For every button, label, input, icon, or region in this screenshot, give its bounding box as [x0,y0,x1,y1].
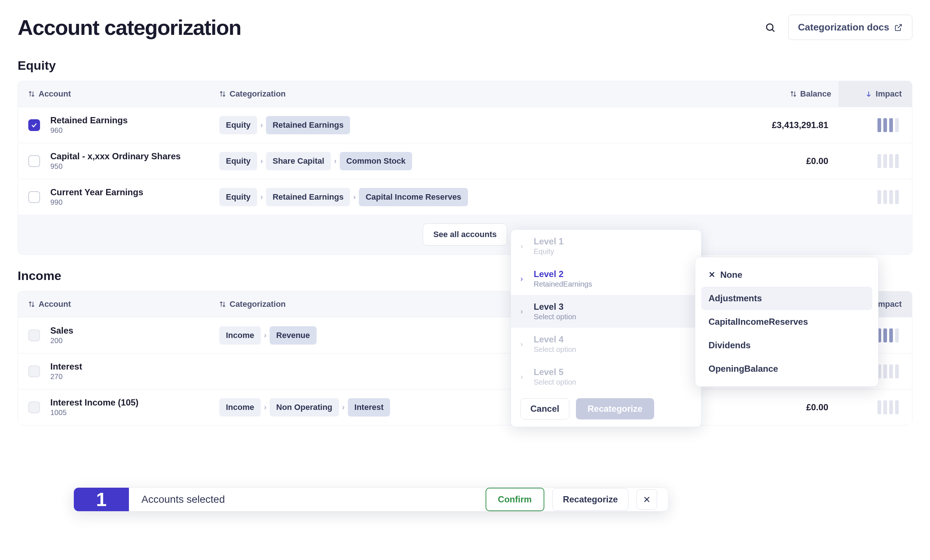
chevron-right-icon: › [331,157,340,165]
chevron-right-icon: › [257,121,266,129]
table-row[interactable]: Capital - x,xxx Ordinary Shares950Equity… [18,143,912,179]
selection-label: Accounts selected [129,488,474,511]
level3-options-menu: ✕ None AdjustmentsCapitalIncomeReservesD… [695,257,879,387]
table-row[interactable]: Current Year Earnings990Equity›Retained … [18,179,912,215]
col-account[interactable]: Account [28,89,219,99]
level-subtitle: Select option [534,345,576,354]
chevron-right-icon: › [339,403,348,411]
recategorize-submit-button[interactable]: Recategorize [576,398,654,419]
search-button[interactable] [762,20,778,35]
level-subtitle: Select option [534,378,576,387]
account-name: Interest Income (105) [50,397,219,408]
account-name: Capital - x,xxx Ordinary Shares [50,151,219,161]
categorization-docs-button[interactable]: Categorization docs [788,15,912,40]
account-number: 950 [50,162,219,171]
row-checkbox [28,330,40,341]
account-name: Retained Earnings [50,115,219,126]
account-number: 990 [50,198,219,207]
col-balance[interactable]: Balance [750,89,831,99]
col-categorization[interactable]: Categorization [219,89,750,99]
category-crumb[interactable]: Equity [219,152,257,170]
close-selection-button[interactable] [636,489,657,510]
balance-value: £3,413,291.81 [747,120,828,130]
level-selector[interactable]: ›Level 2RetainedEarnings [511,262,701,295]
impact-indicator [878,118,899,132]
category-crumb[interactable]: Non Operating [269,398,339,417]
row-checkbox [28,402,40,413]
row-checkbox[interactable] [28,119,40,131]
chevron-right-icon: › [261,331,269,339]
confirm-button[interactable]: Confirm [485,488,544,511]
level-selector: ›Level 4Select option [511,328,701,361]
category-crumb[interactable]: Retained Earnings [266,116,350,134]
svg-line-2 [898,24,901,28]
category-crumb[interactable]: Common Stock [340,152,412,170]
impact-indicator [878,364,899,378]
chevron-right-icon: › [520,307,527,316]
account-name: Current Year Earnings [50,187,219,198]
recategorize-panel: ›Level 1Equity›Level 2RetainedEarnings›L… [511,229,702,427]
level-selector: ›Level 1Equity [511,230,701,262]
chevron-right-icon: › [257,193,266,201]
table-row[interactable]: Interest Income (105)1005Income›Non Oper… [18,389,912,425]
header-actions: Categorization docs [762,15,912,40]
category-crumb[interactable]: Equity [219,116,257,134]
see-all-accounts-button[interactable]: See all accounts [423,224,507,245]
impact-indicator [878,190,899,204]
option-item[interactable]: Adjustments [701,287,872,310]
sort-icon [28,301,35,307]
docs-label: Categorization docs [798,21,889,33]
account-number: 270 [50,373,219,381]
category-crumb[interactable]: Share Capital [266,152,331,170]
level-subtitle: RetainedEarnings [534,280,592,288]
col-impact[interactable]: Impact [839,81,912,107]
option-item[interactable]: CapitalIncomeReserves [701,310,872,334]
table-row[interactable]: Retained Earnings960Equity›Retained Earn… [18,107,912,143]
cancel-button[interactable]: Cancel [520,398,569,419]
category-crumb[interactable]: Revenue [269,326,317,345]
selection-count: 1 [74,488,129,511]
balance-value: £0.00 [747,156,828,166]
equity-table: Account Categorization Balance Impact Re… [18,81,912,255]
close-icon: ✕ [708,270,715,280]
level-title: Level 5 [534,367,576,377]
section-title-equity: Equity [18,58,912,73]
selection-bar: 1 Accounts selected Confirm Recategorize [74,487,668,512]
level-title: Level 4 [534,334,576,345]
category-crumb[interactable]: Retained Earnings [266,188,350,206]
see-all-row: See all accounts [18,215,912,254]
category-crumb[interactable]: Capital Income Reserves [359,188,468,206]
row-checkbox[interactable] [28,191,40,203]
recategorize-button[interactable]: Recategorize [553,488,628,511]
level-selector: ›Level 5Select option [511,361,701,393]
account-name: Sales [50,325,219,336]
level-title: Level 3 [534,302,576,312]
chevron-right-icon: › [257,157,266,165]
option-item[interactable]: OpeningBalance [701,357,872,380]
level-title: Level 2 [534,269,592,279]
sort-desc-icon [865,91,872,97]
level-subtitle: Equity [534,247,564,256]
impact-indicator [878,154,899,168]
category-crumb[interactable]: Interest [348,398,390,417]
account-name: Interest [50,362,219,372]
chevron-right-icon: › [350,193,359,201]
recategorize-actions: Cancel Recategorize [511,393,701,419]
category-crumb[interactable]: Equity [219,188,257,206]
category-crumb[interactable]: Income [219,398,261,417]
svg-point-0 [767,24,773,31]
search-icon [765,22,776,33]
row-checkbox[interactable] [28,155,40,167]
option-item[interactable]: Dividends [701,334,872,357]
level-subtitle: Select option [534,313,576,321]
category-crumb[interactable]: Income [219,326,261,345]
close-icon [643,496,651,503]
sort-icon [28,91,35,97]
chevron-right-icon: › [520,242,527,250]
chevron-right-icon: › [520,373,527,381]
col-account[interactable]: Account [28,299,219,309]
option-none[interactable]: ✕ None [701,263,872,287]
level-selector[interactable]: ›Level 3Select option [511,295,701,328]
selection-actions: Confirm Recategorize [474,488,668,511]
chevron-right-icon: › [261,403,269,411]
